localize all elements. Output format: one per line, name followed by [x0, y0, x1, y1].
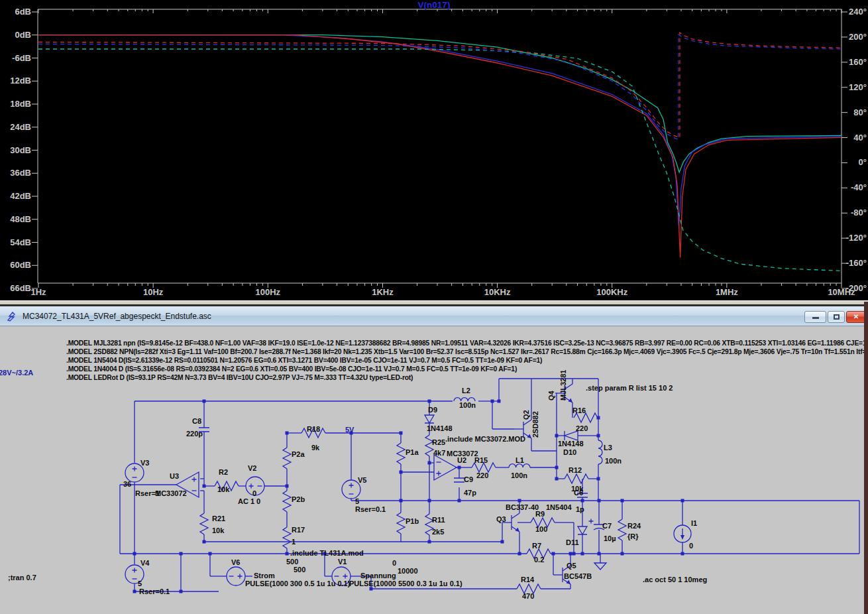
symbol-P1a[interactable]	[397, 443, 405, 464]
freq-tick-label[interactable]: 10Hz	[143, 287, 164, 297]
symbol-R24[interactable]	[618, 519, 626, 540]
close-button[interactable]: ✕	[846, 311, 866, 323]
schematic-label[interactable]: P2a	[292, 450, 305, 458]
schematic-label[interactable]: P2b	[292, 495, 305, 503]
schematic-label[interactable]: Strom	[254, 572, 275, 580]
schematic-label[interactable]: 2SD882	[531, 411, 539, 438]
schematic-label[interactable]: 0	[252, 489, 256, 497]
schematic-label[interactable]: 4k7	[433, 449, 445, 457]
schematic-label[interactable]: 2k5	[432, 528, 444, 536]
gain-tick-label[interactable]: -6dB	[12, 53, 31, 63]
schematic-label[interactable]: Rser=0.1	[139, 587, 170, 595]
schematic-label[interactable]: R12	[569, 466, 582, 474]
schematic-label[interactable]: AC 1 0	[238, 497, 260, 505]
schematic-label[interactable]: 10µ	[604, 534, 616, 542]
schematic-label[interactable]: 500	[294, 566, 305, 574]
schematic-canvas[interactable]: .MODEL MJL3281 npn (IS=9.8145e-12 BF=438…	[0, 326, 868, 614]
schematic-label[interactable]: 100n	[511, 471, 527, 479]
schematic-label[interactable]: Q2	[522, 410, 530, 420]
phase-tick-label[interactable]: 200°	[849, 32, 867, 42]
gain-tick-label[interactable]: 18dB	[10, 99, 31, 109]
freq-tick-label[interactable]: 1MHz	[716, 287, 738, 297]
schematic-label[interactable]: 220	[576, 424, 588, 432]
schematic-label[interactable]: 220p	[186, 430, 203, 438]
phase-tick-label[interactable]: -40°	[851, 182, 867, 192]
polarity-plus[interactable]	[249, 484, 254, 489]
symbol-D9[interactable]	[425, 415, 434, 423]
schematic-label[interactable]: 0.2	[534, 556, 544, 564]
schematic-label[interactable]: V2	[248, 464, 256, 472]
gain-tick-label[interactable]: 12dB	[10, 76, 31, 86]
phase-tick-label[interactable]: -80°	[851, 208, 867, 217]
plot-title[interactable]: V(n017)	[418, 0, 451, 10]
gain-tick-label[interactable]: 66dB	[10, 283, 31, 293]
schematic-label[interactable]: Q5	[567, 562, 576, 570]
schematic-label[interactable]: C8	[192, 417, 201, 425]
schematic-label[interactable]: D9	[428, 406, 437, 414]
symbol-L3[interactable]	[598, 440, 602, 464]
polarity-plus[interactable]	[133, 568, 137, 573]
schematic-label[interactable]: BC337-40	[506, 503, 539, 511]
schematic-label[interactable]: .MODEL 1N4004 D (IS=5.31656e-08 RS=0.039…	[66, 365, 517, 373]
schematic-label[interactable]: 220	[476, 471, 488, 479]
schematic-label[interactable]: R21	[212, 515, 225, 522]
schematic-label[interactable]: .ac oct 50 1 10meg	[643, 576, 707, 583]
schematic-label[interactable]: .include MC33072.MOD	[445, 435, 525, 443]
freq-tick-label[interactable]: 100Hz	[255, 287, 280, 297]
symbol-P2b[interactable]	[283, 491, 291, 512]
schematic-label[interactable]: 1N4148	[558, 440, 584, 448]
schematic-label[interactable]: V1	[338, 558, 347, 566]
schematic-label[interactable]: 36	[123, 480, 131, 488]
schematic-label[interactable]: .MODEL 2SD882 NPN(Is=282f Xti=3 Eg=1.11 …	[66, 348, 868, 355]
schematic-label[interactable]: C9	[464, 475, 473, 483]
schematic-label[interactable]: U3	[170, 472, 179, 480]
freq-tick-label[interactable]: 10KHz	[484, 287, 511, 297]
schematic-label[interactable]: 28V~/3.2A	[0, 369, 33, 377]
gain-tick-label[interactable]: 6dB	[15, 7, 31, 17]
schematic-label[interactable]: V5	[358, 476, 366, 484]
maximize-button[interactable]	[828, 311, 845, 323]
schematic-label[interactable]: 10k	[217, 485, 230, 493]
symbol-R21[interactable]	[200, 513, 208, 534]
symbol-U2[interactable]	[434, 455, 457, 480]
freq-tick-label[interactable]: 1Hz	[30, 287, 46, 297]
gain-tick-label[interactable]: 42dB	[10, 191, 31, 201]
schematic-label[interactable]: D11	[566, 538, 579, 546]
schematic-label[interactable]: 100n	[459, 401, 476, 409]
bode-plot[interactable]: 6dB0dB-6dB12dB18dB24dB30dB36dB42dB48dB54…	[0, 0, 868, 300]
schematic-label[interactable]: D10	[563, 448, 576, 456]
schematic-label[interactable]: 1N4148	[427, 424, 453, 432]
symbol-R15[interactable]	[472, 463, 496, 472]
polarity-plus[interactable]	[133, 467, 137, 471]
schematic-label[interactable]: Q4	[547, 390, 555, 400]
freq-tick-label[interactable]: 1KHz	[372, 287, 394, 297]
schematic-label[interactable]: 5V	[345, 426, 354, 434]
schematic-label[interactable]: P1b	[406, 517, 419, 525]
schematic-label[interactable]: .include TL431A.mod	[290, 549, 364, 557]
symbol-P2a[interactable]	[283, 448, 291, 469]
symbol-D11[interactable]	[578, 526, 587, 534]
schematic-label[interactable]: I1	[691, 519, 697, 527]
schematic-label[interactable]: L3	[604, 444, 612, 452]
symbol-R16[interactable]	[574, 413, 598, 422]
schematic-label[interactable]: BC547B	[564, 572, 592, 580]
phase-tick-label[interactable]: 40°	[853, 133, 867, 143]
schematic-label[interactable]: .MODEL LEDRot D (IS=93.1P RS=42M N=3.73 …	[66, 374, 413, 381]
schematic-label[interactable]: .step param R list 15 10 2	[586, 384, 673, 392]
gain-tick-label[interactable]: 54dB	[10, 237, 31, 247]
symbol-C9[interactable]	[454, 478, 464, 482]
schematic-label[interactable]: 0	[392, 559, 396, 567]
polarity-plus[interactable]	[192, 477, 197, 482]
schematic-label[interactable]: 470	[522, 592, 534, 600]
symbol-D10[interactable]	[565, 431, 578, 440]
symbol-L1[interactable]	[509, 464, 530, 467]
schematic-window-titlebar[interactable]: MC34072_TL431A_5VRef_abgespeckt_Endstufe…	[0, 306, 868, 326]
schematic-label[interactable]: {R}	[627, 532, 639, 540]
schematic-pane[interactable]: .MODEL MJL3281 npn (IS=9.8145e-12 BF=438…	[0, 326, 868, 614]
symbol-ground[interactable]	[594, 563, 606, 570]
schematic-label[interactable]: R11	[432, 516, 445, 524]
schematic-label[interactable]: R14	[521, 576, 535, 583]
schematic-label[interactable]: R2	[219, 468, 228, 476]
schematic-label[interactable]: L1	[515, 456, 524, 464]
schematic-label[interactable]: R18	[307, 425, 320, 433]
